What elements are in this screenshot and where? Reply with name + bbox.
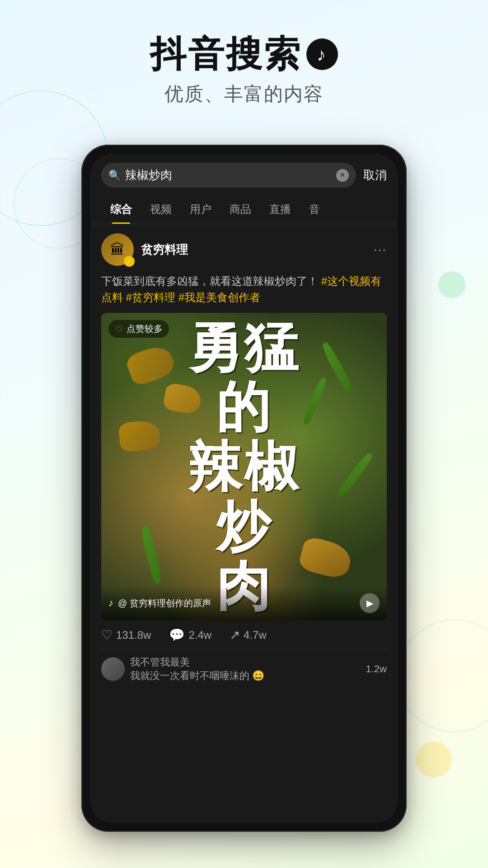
video-thumbnail[interactable]: ♡ 点赞较多 勇猛的辣椒炒肉 ♪ @ 贫穷料理创作的原声 <box>101 313 387 620</box>
likes-count[interactable]: ♡ 131.8w <box>101 627 151 642</box>
cancel-button[interactable]: 取消 <box>363 167 387 183</box>
phone-frame: 🔍 辣椒炒肉 × 取消 综合 视频 用户 商品 <box>81 145 407 832</box>
verified-badge: ✓ <box>124 256 135 267</box>
comments-value: 2.4w <box>188 629 211 642</box>
comment-avatar <box>101 657 125 681</box>
search-icon: 🔍 <box>108 170 121 181</box>
comments-count[interactable]: 💬 2.4w <box>169 627 211 642</box>
bg-decoration-circle-3 <box>398 619 488 732</box>
video-bottom-bar: ♪ @ 贫穷料理创作的原声 ▶ <box>101 586 387 620</box>
bg-decoration-dot-yellow <box>416 741 452 778</box>
more-options-button[interactable]: ··· <box>374 242 387 257</box>
heart-icon: ♡ <box>101 627 113 642</box>
tiktok-mini-icon: ♪ <box>108 597 113 609</box>
tab-商品[interactable]: 商品 <box>221 195 260 224</box>
search-bar-area: 🔍 辣椒炒肉 × 取消 <box>90 154 398 195</box>
comment-body: 我就没一次看时不咽唾沫的 😄 <box>130 670 264 681</box>
app-title: 抖音搜索 <box>0 36 488 72</box>
avatar: 🏛 ✓ <box>101 233 134 266</box>
app-subtitle: 优质、丰富的内容 <box>0 81 488 107</box>
post-text: 下饭菜到底有多凶猛，就看这道辣椒炒肉了！ #这个视频有点料 #贫穷料理 #我是美… <box>101 273 387 306</box>
comment-preview: 我不管我最美 我就没一次看时不咽唾沫的 😄 1.2w <box>101 650 387 683</box>
search-input-wrap[interactable]: 🔍 辣椒炒肉 × <box>101 163 356 188</box>
tab-音[interactable]: 音 <box>300 195 329 224</box>
tab-用户[interactable]: 用户 <box>181 195 221 224</box>
comment-icon: 💬 <box>169 627 185 642</box>
comment-content: 我不管我最美 我就没一次看时不咽唾沫的 😄 <box>130 656 361 683</box>
tab-视频[interactable]: 视频 <box>141 195 181 224</box>
phone-screen: 🔍 辣椒炒肉 × 取消 综合 视频 用户 商品 <box>90 154 398 823</box>
comment-username: 我不管我最美 <box>130 656 190 668</box>
play-button[interactable]: ▶ <box>360 593 380 613</box>
shares-count[interactable]: ↗ 4.7w <box>230 627 267 642</box>
shares-value: 4.7w <box>244 629 267 642</box>
sound-label: @ 贫穷料理创作的原声 <box>118 597 355 609</box>
video-text-overlay: 勇猛的辣椒炒肉 <box>101 313 387 620</box>
user-name[interactable]: 贫穷料理 <box>141 242 188 258</box>
app-header: 抖音搜索 优质、丰富的内容 <box>0 0 488 125</box>
tabs-row: 综合 视频 用户 商品 直播 音 <box>90 195 398 224</box>
share-icon: ↗ <box>230 627 240 642</box>
engagement-row: ♡ 131.8w 💬 2.4w ↗ 4.7w <box>101 620 387 650</box>
app-title-text: 抖音搜索 <box>150 36 302 72</box>
bg-decoration-dot-green <box>438 271 465 298</box>
play-icon: ▶ <box>366 598 373 609</box>
tab-综合[interactable]: 综合 <box>101 195 141 224</box>
user-row: 🏛 ✓ 贫穷料理 ··· <box>101 233 387 266</box>
content-area: 🏛 ✓ 贫穷料理 ··· 下饭菜到底有多凶猛，就看这道辣椒炒肉了！ #这个视频有… <box>90 224 398 692</box>
likes-value: 131.8w <box>116 629 151 642</box>
tiktok-logo-icon <box>306 38 338 70</box>
search-clear-button[interactable]: × <box>336 169 349 182</box>
comment-count: 1.2w <box>366 663 387 675</box>
video-overlay-text: 勇猛的辣椒炒肉 <box>188 317 300 616</box>
tab-直播[interactable]: 直播 <box>260 195 300 224</box>
avatar-emoji: 🏛 <box>110 241 125 258</box>
search-query: 辣椒炒肉 <box>125 167 332 183</box>
post-main-text: 下饭菜到底有多凶猛，就看这道辣椒炒肉了！ <box>101 275 318 287</box>
phone-mockup: 🔍 辣椒炒肉 × 取消 综合 视频 用户 商品 <box>81 145 407 832</box>
